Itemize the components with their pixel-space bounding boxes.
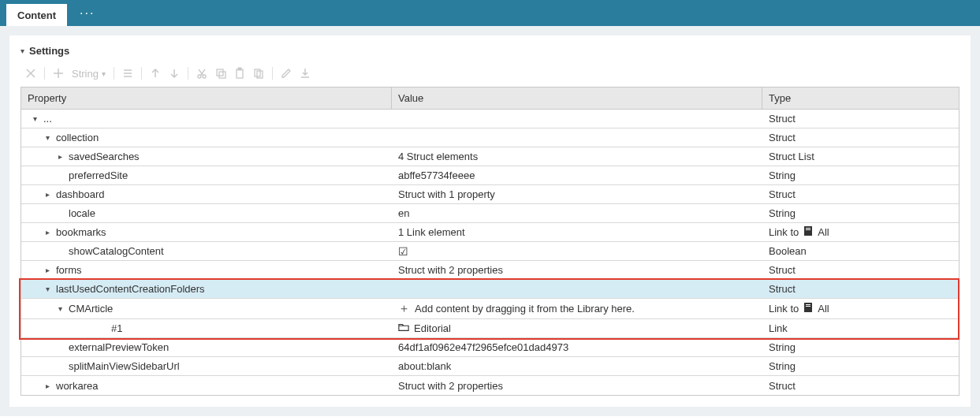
chevron-right-icon[interactable]: ▸ [43,228,51,236]
value-label: Struct with 1 property [398,188,495,200]
table-row[interactable]: #1EditorialLink [21,319,959,338]
paste-button[interactable] [233,66,247,80]
table-row[interactable]: preferredSiteabffe57734feeeeString [21,166,959,185]
value-label: 1 Link element [398,226,465,238]
property-cell: ▾CMArticle [21,299,392,318]
table-row[interactable]: ▾lastUsedContentCreationFoldersStruct [21,280,959,299]
tab-content[interactable]: Content [6,4,67,26]
type-label: Struct List [769,151,814,162]
type-label: Link [769,322,788,334]
property-cell: showCatalogContent [21,242,392,260]
type-label: All [818,303,829,315]
copy-icon [214,67,227,80]
document-icon [803,225,813,239]
value-cell: 64df1af0962e47f2965efce01dad4973 [392,338,762,356]
chevron-right-icon[interactable]: ▸ [43,190,51,199]
download-button[interactable] [298,66,312,80]
table-header: Property Value Type [21,87,959,110]
type-cell: Struct [762,280,959,298]
duplicate-button[interactable] [252,66,266,80]
svg-rect-12 [806,304,810,305]
tab-menu-dots[interactable]: ··· [67,6,107,20]
copy-button[interactable] [214,66,228,80]
value-cell [392,280,762,298]
table-row[interactable]: ▾collectionStruct [21,128,959,147]
type-cell: Struct List [762,147,959,166]
x-icon [24,67,37,80]
type-label: Struct [769,132,796,143]
type-cell: Link toAll [762,299,959,318]
chevron-right-icon[interactable]: ▸ [43,382,51,390]
property-cell: #1 [21,319,392,337]
table-row[interactable]: externalPreviewToken64df1af0962e47f2965e… [21,338,959,357]
column-type[interactable]: Type [762,87,959,109]
chevron-down-icon[interactable]: ▾ [31,114,39,123]
column-value[interactable]: Value [392,87,762,109]
property-cell: ▸bookmarks [21,223,392,241]
chevron-right-icon[interactable]: ▸ [43,266,51,274]
svg-rect-8 [804,226,812,236]
edit-button[interactable] [279,66,293,80]
table-row[interactable]: showCatalogContent☑Boolean [21,242,959,261]
document-icon [803,302,813,315]
table-row[interactable]: ▸savedSearches4 Struct elementsStruct Li… [21,147,959,166]
property-cell: ▸savedSearches [21,147,392,166]
property-cell: ▸forms [21,261,392,279]
pencil-icon [280,67,293,80]
type-dropdown[interactable]: String ▾ [70,68,107,80]
type-cell: Struct [762,185,959,203]
plus-icon: ＋ [398,301,410,316]
value-label: Editorial [414,322,451,334]
table-row[interactable]: ▸formsStruct with 2 propertiesStruct [21,261,959,280]
property-label: CMArticle [69,303,113,315]
value-cell: en [392,204,762,222]
svg-rect-5 [238,68,241,70]
value-cell [392,110,762,128]
value-cell: Editorial [392,319,762,337]
cut-button[interactable] [195,66,209,80]
type-cell: Link toAll [762,223,959,241]
table-row[interactable]: ▸bookmarks1 Link elementLink toAll [21,223,959,242]
table-row[interactable]: ▸workareaStruct with 2 propertiesStruct [21,376,959,395]
type-label: String [769,360,796,372]
table-row[interactable]: localeenString [21,204,959,223]
property-label: showCatalogContent [69,245,164,257]
paste-icon [233,67,246,80]
type-cell: String [762,357,959,375]
type-cell: String [762,338,959,356]
table-row[interactable]: ▾CMArticle＋Add content by dragging it fr… [21,299,959,319]
table-row[interactable]: splitMainViewSidebarUrlabout:blankString [21,357,959,376]
value-label: en [398,207,409,219]
add-button[interactable] [51,66,65,80]
chevron-down-icon[interactable]: ▾ [43,285,51,293]
chevron-right-icon[interactable]: ▸ [56,152,64,161]
property-cell: locale [21,204,392,222]
property-label: splitMainViewSidebarUrl [69,360,180,372]
property-label: collection [56,132,99,143]
type-cell: Struct [762,376,959,395]
table-row[interactable]: ▸dashboardStruct with 1 propertyStruct [21,185,959,204]
table-row[interactable]: ▾...Struct [21,110,959,128]
chevron-down-icon[interactable]: ▾ [43,133,51,142]
value-cell [392,128,762,147]
type-dropdown-label: String [72,68,99,80]
move-up-button[interactable] [148,66,162,80]
plus-icon [52,67,65,80]
top-bar: Content ··· [0,0,980,26]
type-label: Struct [769,264,796,276]
chevron-down-icon[interactable]: ▾ [56,304,64,313]
column-property[interactable]: Property [21,87,392,109]
checkbox-checked-icon: ☑ [398,245,408,258]
property-label: locale [69,207,95,219]
value-cell: Struct with 2 properties [392,376,762,395]
value-label: about:blank [398,360,451,372]
value-cell: Struct with 1 property [392,185,762,203]
svg-rect-10 [806,229,810,230]
list-button[interactable] [121,66,135,80]
type-label: String [769,207,796,219]
download-icon [299,67,311,80]
panel: ▾ Settings String ▾ [9,35,971,407]
move-down-button[interactable] [167,66,181,80]
delete-button[interactable] [24,66,38,80]
settings-section-header[interactable]: ▾ Settings [20,40,960,63]
